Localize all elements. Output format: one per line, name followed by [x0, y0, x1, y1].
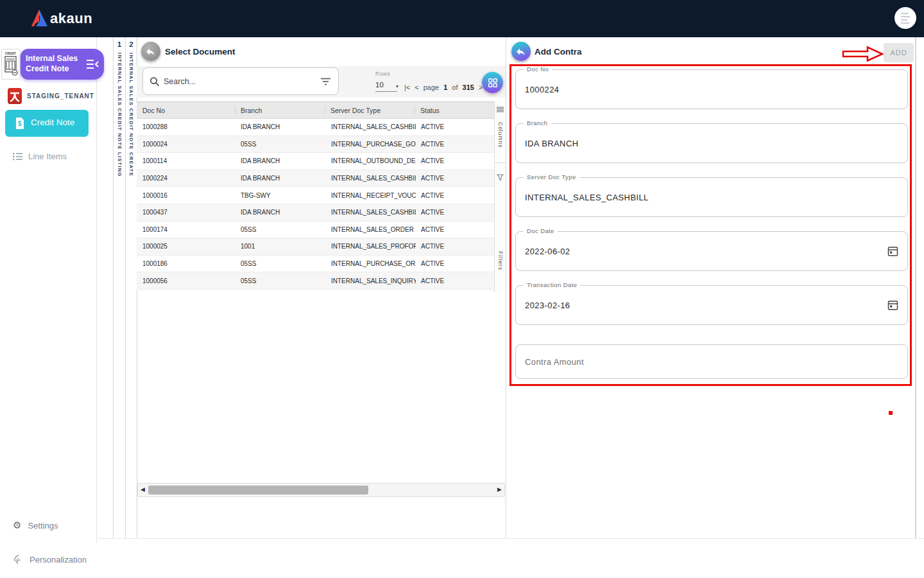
cell-status: ACTIVE — [416, 141, 494, 148]
field-placeholder: Contra Amount — [525, 357, 584, 367]
table-row[interactable]: 1000224 IDA BRANCH INTERNAL_SALES_CASHBI… — [137, 170, 494, 188]
cell-status: ACTIVE — [416, 226, 494, 233]
tenant-name[interactable]: STAGING_TENANT — [27, 92, 94, 100]
column-header-server-doc-type[interactable]: Server Doc Type — [325, 107, 415, 114]
sidebar-item-line-items[interactable]: Line Items — [13, 152, 67, 161]
cell-branch: IDA BRANCH — [235, 157, 326, 164]
column-header-doc-no[interactable]: Doc No — [137, 107, 235, 114]
filters-tool[interactable]: Filters — [495, 174, 506, 235]
annotation-dot — [889, 411, 893, 415]
app-window: akaun CREDIT Internal Sales Credit Note — [0, 0, 924, 578]
collapse-menu-icon[interactable] — [86, 58, 99, 70]
search-box[interactable] — [142, 67, 339, 95]
scroll-left-icon[interactable]: ◀ — [141, 486, 145, 493]
doc-date-field[interactable]: Doc Date 2022-06-02 — [515, 231, 908, 271]
cell-branch: TBG-SWY — [235, 192, 326, 199]
cell-status: ACTIVE — [416, 260, 494, 267]
table-row[interactable]: 1000016 TBG-SWY INTERNAL_RECEIPT_VOUCHER… — [137, 187, 494, 204]
sidebar-item-credit-note[interactable]: $ Credit Note — [5, 110, 89, 137]
fingerprint-icon — [13, 554, 23, 565]
table-row[interactable]: 1000288 IDA BRANCH INTERNAL_SALES_CASHBI… — [137, 119, 494, 136]
search-input[interactable] — [164, 74, 305, 89]
annotation-arrow-icon — [842, 46, 884, 62]
cell-doc-no: 1000024 — [137, 141, 235, 148]
field-label: Doc No — [524, 66, 552, 73]
cell-doc-no: 1000025 — [137, 243, 235, 250]
cell-server-doc-type: INTERNAL_SALES_CASHBILL — [326, 123, 416, 130]
list-icon — [13, 152, 22, 161]
tab-credit-note-create[interactable]: 2 INTERNAL SALES CREDIT NOTE CREATE — [125, 37, 137, 538]
field-label: Branch — [524, 119, 551, 127]
branch-field[interactable]: Branch IDA BRANCH — [515, 123, 908, 163]
panel-divider — [506, 37, 506, 538]
gear-icon: ⚙ — [13, 520, 21, 530]
annotation-rectangle — [509, 64, 912, 386]
sidebar-item-label: Credit Note — [31, 118, 74, 127]
cell-doc-no: 1000186 — [137, 260, 235, 267]
cell-branch: 1001 — [235, 243, 326, 250]
vertical-scrollbar[interactable] — [915, 37, 916, 538]
credit-note-document-icon: CREDIT — [1, 49, 21, 80]
cell-doc-no: 1000224 — [137, 175, 235, 182]
back-button[interactable] — [141, 42, 160, 61]
rows-per-page-select[interactable]: 10 — [375, 81, 397, 92]
table-row[interactable]: 1000174 05SS INTERNAL_SALES_ORDER ACTIVE — [137, 222, 494, 239]
field-label: Server Doc Type — [524, 173, 579, 180]
doc-no-field[interactable]: Doc No 1000224 — [515, 69, 908, 109]
cell-doc-no: 1000016 — [137, 192, 235, 199]
sidebar-item-personalization[interactable]: Personalization — [13, 554, 87, 565]
cell-doc-no: 1000114 — [137, 157, 235, 164]
back-arrow-icon — [515, 46, 526, 57]
first-page-button[interactable]: |< — [404, 83, 410, 91]
calendar-icon[interactable] — [887, 300, 898, 311]
table-row[interactable]: 1000024 05SS INTERNAL_PURCHASE_GOODS... … — [137, 136, 494, 153]
chevron-down-icon[interactable]: ▾ — [396, 83, 398, 89]
filter-funnel-icon — [497, 174, 504, 181]
page-word: page — [424, 83, 439, 91]
total-pages: 315 — [463, 83, 474, 91]
module-header[interactable]: Internal Sales Credit Note — [21, 49, 104, 80]
calendar-icon[interactable] — [887, 246, 898, 257]
cell-status: ACTIVE — [416, 192, 494, 199]
contra-amount-field[interactable]: Contra Amount — [515, 344, 908, 379]
columns-tool[interactable]: Columns — [495, 107, 506, 168]
tab-credit-note-listing[interactable]: 1 INTERNAL SALES CREDIT NOTE LISTING — [113, 37, 125, 538]
column-header-branch[interactable]: Branch — [235, 107, 325, 114]
cell-branch: IDA BRANCH — [235, 175, 326, 182]
transaction-date-field[interactable]: Transaction Date 2023-02-16 — [515, 285, 908, 325]
add-button[interactable]: ADD — [884, 43, 914, 62]
cell-server-doc-type: INTERNAL_OUTBOUND_DELIVE... — [326, 157, 416, 164]
cell-status: ACTIVE — [416, 123, 494, 130]
tenant-icon[interactable] — [8, 88, 22, 104]
pagination: |< < page 1 of 315 > >| — [404, 83, 493, 91]
cell-status: ACTIVE — [416, 277, 494, 285]
table-row[interactable]: 1000186 05SS INTERNAL_PURCHASE_ORDER ACT… — [137, 256, 494, 273]
field-label: Transaction Date — [524, 281, 580, 288]
table-row[interactable]: 1000056 05SS INTERNAL_SALES_INQUIRY ACTI… — [137, 272, 494, 290]
current-page: 1 — [443, 83, 447, 91]
module-title-line2: Credit Note — [26, 64, 69, 73]
search-icon — [150, 76, 160, 87]
svg-text:CREDIT: CREDIT — [5, 52, 16, 55]
sidebar-item-label: Settings — [28, 521, 58, 530]
module-title-line1: Internal Sales — [26, 54, 78, 63]
cell-status: ACTIVE — [416, 243, 494, 250]
filter-list-icon[interactable] — [321, 78, 330, 85]
tab-number: 2 — [126, 40, 137, 48]
prev-page-button[interactable]: < — [415, 83, 418, 91]
scroll-right-icon[interactable]: ▶ — [497, 486, 502, 493]
list-panel-title: Select Document — [165, 47, 235, 57]
user-avatar[interactable] — [894, 7, 916, 29]
table-row[interactable]: 1000114 IDA BRANCH INTERNAL_OUTBOUND_DEL… — [137, 153, 494, 170]
scrollbar-thumb[interactable] — [148, 486, 368, 495]
column-header-status[interactable]: Status — [415, 107, 494, 114]
server-doc-type-field[interactable]: Server Doc Type INTERNAL_SALES_CASHBILL — [515, 177, 908, 217]
table-row[interactable]: 1000437 IDA BRANCH INTERNAL_SALES_CASHBI… — [137, 204, 494, 222]
horizontal-scrollbar[interactable]: ◀ ▶ — [137, 483, 505, 497]
tab-label: INTERNAL SALES CREDIT NOTE CREATE — [128, 53, 134, 177]
form-back-button[interactable] — [511, 42, 531, 61]
cell-server-doc-type: INTERNAL_PURCHASE_GOODS... — [326, 141, 416, 148]
grid-view-button[interactable] — [482, 72, 503, 93]
sidebar-item-settings[interactable]: ⚙ Settings — [13, 520, 58, 530]
table-row[interactable]: 1000025 1001 INTERNAL_SALES_PROFORMA_...… — [137, 238, 494, 256]
